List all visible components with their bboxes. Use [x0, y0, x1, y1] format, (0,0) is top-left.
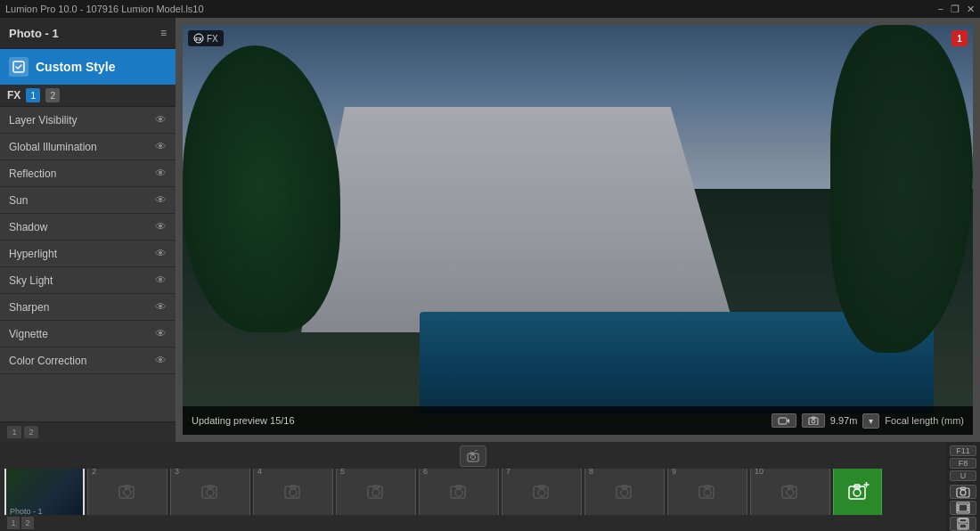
fn8-badge[interactable]: F8	[950, 458, 976, 469]
fx-item-color-correction[interactable]: Color Correction 👁	[0, 347, 176, 374]
film-slot-3[interactable]: 3	[170, 469, 250, 515]
app: Photo - 1 ≡ Custom Style FX 1 2	[0, 18, 980, 531]
svg-point-26	[538, 489, 545, 496]
panel-title: Photo - 1	[9, 27, 59, 40]
svg-rect-3	[779, 418, 787, 424]
fx-item-vignette[interactable]: Vignette 👁	[0, 321, 176, 347]
viewport-status: Updating preview 15/16	[192, 415, 764, 426]
viewport-controls: 9.97m ▾ Focal length (mm)	[772, 413, 964, 429]
viewport-fx-badge: FX FX	[188, 30, 224, 46]
fx-item-label: Reflection	[9, 167, 56, 180]
film-slot-number-2: 2	[92, 469, 96, 476]
film-slot-number-10: 10	[755, 469, 764, 476]
fx-badge-text: FX	[207, 34, 218, 44]
custom-style-label: Custom Style	[36, 60, 115, 74]
fx-item-label: Sharpen	[9, 301, 49, 314]
viewport-wrapper: FX FX 1 Updating preview 15/16	[176, 18, 980, 442]
eye-icon[interactable]: 👁	[155, 193, 167, 207]
save-button[interactable]	[950, 517, 976, 531]
camera-icon-button[interactable]	[802, 413, 825, 428]
restore-button[interactable]: ❐	[951, 4, 960, 15]
fx-item-reflection[interactable]: Reflection 👁	[0, 160, 176, 187]
fx-item-hyperlight[interactable]: Hyperlight 👁	[0, 241, 176, 267]
close-button[interactable]: ✕	[967, 4, 975, 15]
svg-point-23	[455, 489, 462, 496]
eye-icon[interactable]: 👁	[155, 220, 167, 233]
add-photo-icon	[846, 481, 870, 502]
fx-item-layer-visibility[interactable]: Layer Visibility 👁	[0, 107, 176, 134]
fx-item-label: Sky Light	[9, 274, 53, 287]
film-slot-number-8: 8	[589, 469, 593, 476]
eye-icon[interactable]: 👁	[155, 140, 167, 153]
film-button[interactable]	[950, 501, 976, 515]
film-slot-5[interactable]: 5	[336, 469, 416, 515]
custom-style-button[interactable]: Custom Style	[0, 49, 176, 85]
film-slot-10[interactable]: 10	[750, 469, 830, 515]
bottom-strip: Photo - 1 2 3	[0, 442, 980, 531]
film-slot-number-5: 5	[340, 469, 345, 476]
bottom-main: Photo - 1 2 3	[0, 442, 946, 531]
eye-icon[interactable]: 👁	[155, 274, 167, 287]
titlebar: Lumion Pro 10.0 - 107916 Lumion Model.ls…	[0, 0, 980, 18]
eye-icon[interactable]: 👁	[155, 300, 167, 314]
fn11-badge[interactable]: F11	[950, 445, 976, 456]
fx-list: Layer Visibility 👁 Global Illumination 👁…	[0, 107, 176, 421]
svg-point-14	[207, 489, 214, 496]
film-slot-4[interactable]: 4	[253, 469, 333, 515]
minimize-button[interactable]: −	[938, 4, 943, 15]
scene-overlay	[183, 25, 973, 435]
fx-tab-2[interactable]: 2	[45, 88, 60, 102]
titlebar-controls[interactable]: − ❐ ✕	[938, 4, 975, 15]
fx-item-sharpen[interactable]: Sharpen 👁	[0, 294, 176, 321]
fx-item-sky-light[interactable]: Sky Light 👁	[0, 267, 176, 294]
titlebar-title: Lumion Pro 10.0 - 107916 Lumion Model.ls…	[5, 4, 204, 14]
svg-rect-46	[959, 504, 968, 511]
film-slot-2[interactable]: 2	[87, 469, 167, 515]
fx-item-sun[interactable]: Sun 👁	[0, 187, 176, 214]
svg-rect-54	[960, 519, 967, 522]
filmstrip-page-2[interactable]: 2	[21, 517, 34, 529]
eye-icon[interactable]: 👁	[155, 247, 167, 260]
viewport: FX FX 1 Updating preview 15/16	[183, 25, 973, 435]
upload-button[interactable]	[460, 445, 486, 467]
camera-capture-button[interactable]	[950, 485, 976, 499]
sidebar: Photo - 1 ≡ Custom Style FX 1 2	[0, 18, 176, 442]
eye-icon[interactable]: 👁	[155, 354, 167, 367]
eye-icon[interactable]: 👁	[155, 113, 167, 127]
svg-point-38	[853, 489, 861, 496]
film-slot-6[interactable]: 6	[419, 469, 499, 515]
custom-style-icon	[9, 57, 29, 77]
fx-tab-1[interactable]: 1	[26, 88, 40, 102]
film-slot-8[interactable]: 8	[584, 469, 665, 515]
fx-item-global-illumination[interactable]: Global Illumination 👁	[0, 134, 176, 160]
film-slot-number-9: 9	[672, 469, 676, 476]
svg-point-32	[704, 489, 711, 496]
fx-item-shadow[interactable]: Shadow 👁	[0, 214, 176, 241]
film-slot-number-7: 7	[506, 469, 510, 476]
viewport-bottom-bar: Updating preview 15/16	[183, 406, 973, 435]
u-badge[interactable]: U	[950, 470, 976, 481]
filmstrip-page-1[interactable]: 1	[7, 517, 20, 529]
focal-length-label: Focal length (mm)	[885, 415, 964, 426]
film-slot-9[interactable]: 9	[667, 469, 747, 515]
add-photo-button[interactable]	[833, 469, 882, 515]
sidebar-bottom-tab-2[interactable]: 2	[24, 426, 38, 438]
camera-mode-button[interactable]	[772, 413, 796, 428]
panel-menu-icon[interactable]: ≡	[160, 27, 167, 39]
fx-item-label: Sun	[9, 194, 28, 207]
svg-point-8	[471, 455, 476, 460]
eye-icon[interactable]: 👁	[155, 167, 167, 180]
fx-item-label: Color Correction	[9, 355, 86, 367]
film-slot-number-6: 6	[423, 469, 428, 476]
fx-item-label: Layer Visibility	[9, 114, 77, 127]
sidebar-bottom-tab-1[interactable]: 1	[7, 426, 21, 438]
fx-item-label: Global Illumination	[9, 141, 97, 153]
film-slot-1[interactable]: Photo - 1	[4, 469, 85, 515]
distance-dropdown[interactable]: ▾	[862, 413, 879, 429]
svg-point-43	[960, 490, 966, 495]
film-slot-7[interactable]: 7	[502, 469, 582, 515]
fx-item-label: Hyperlight	[9, 248, 57, 260]
sidebar-bottom-tabs: 1 2	[0, 421, 176, 442]
svg-point-20	[372, 489, 380, 496]
eye-icon[interactable]: 👁	[155, 327, 167, 340]
